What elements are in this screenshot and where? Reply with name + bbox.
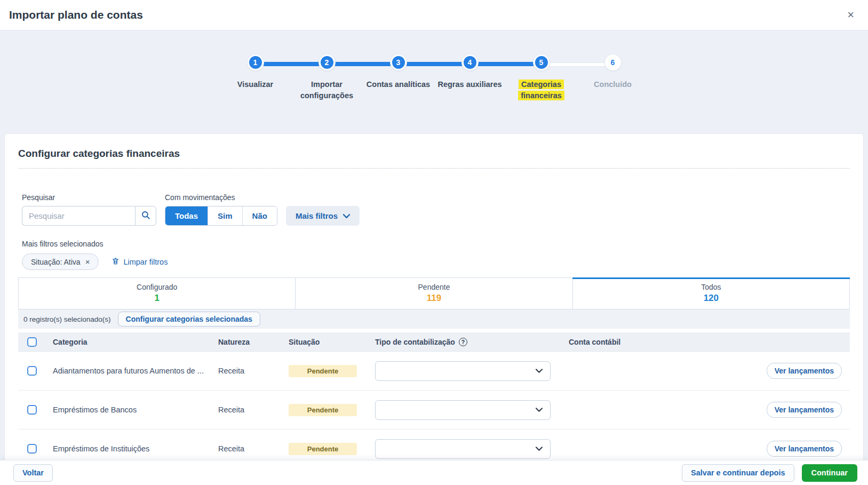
status-badge: Pendente (289, 443, 357, 455)
cell-categoria: Adiantamentos para futuros Aumentos de .… (53, 367, 218, 375)
main-card: Configurar categorias financeiras Pesqui… (4, 133, 864, 485)
select-chevron-icon (536, 367, 543, 375)
filter-chip-situacao-ativa[interactable]: Situação: Ativa × (22, 253, 99, 270)
tab-configurado-count: 1 (19, 293, 295, 304)
cell-categoria: Empréstimos de Instituições (53, 444, 218, 453)
selected-filters-section: Mais filtros selecionados Situação: Ativ… (22, 240, 850, 270)
tab-todos-label: Todos (573, 283, 849, 291)
dotted-separator (18, 168, 850, 169)
select-all-checkbox[interactable] (27, 337, 37, 347)
step-1-circle[interactable]: 1 (248, 54, 264, 70)
cell-natureza: Receita (218, 367, 289, 375)
movements-segmented-control: Todas Sim Não (165, 206, 277, 226)
tab-pendente[interactable]: Pendente 119 (296, 278, 572, 309)
col-header-tipo: Tipo de contabilização (375, 338, 455, 346)
chip-close-icon[interactable]: × (85, 257, 90, 266)
step-5-circle[interactable]: 5 (533, 54, 550, 70)
table-row: Empréstimos de Bancos Receita Pendente V… (18, 391, 850, 430)
search-button[interactable] (135, 206, 156, 226)
cell-natureza: Receita (218, 444, 289, 453)
search-icon (141, 210, 150, 222)
continue-button[interactable]: Continuar (802, 464, 857, 482)
table-header: Categoria Natureza Situação Tipo de cont… (18, 332, 850, 352)
search-input[interactable] (22, 206, 135, 226)
search-label: Pesquisar (22, 193, 156, 202)
step-6-circle[interactable]: 6 (605, 54, 621, 70)
selection-summary: 0 registro(s) selecionado(s) (23, 315, 111, 323)
page-title: Importar plano de contas (9, 9, 143, 21)
tipo-contabilizacao-select[interactable] (375, 439, 551, 459)
configure-selected-button[interactable]: Configurar categorias selecionadas (118, 312, 260, 327)
back-button[interactable]: Voltar (13, 464, 53, 482)
select-chevron-icon (536, 444, 543, 453)
row-checkbox[interactable] (27, 405, 37, 415)
chevron-down-icon (343, 211, 350, 220)
tab-pendente-label: Pendente (296, 283, 572, 291)
movements-label: Com movimentações (165, 193, 277, 202)
step-categorias-financeiras: 5 Categorias financeiras (506, 54, 577, 101)
segment-sim[interactable]: Sim (208, 206, 242, 225)
selection-strip: 0 registro(s) selecionado(s) Configurar … (18, 309, 850, 329)
movements-filter: Com movimentações Todas Sim Não (165, 193, 277, 226)
cell-natureza: Receita (218, 406, 289, 414)
step-5-label: Categorias financeiras (512, 79, 571, 101)
row-checkbox[interactable] (27, 366, 37, 376)
more-filters-wrap: Mais filtros (286, 206, 360, 226)
close-icon[interactable]: × (847, 9, 854, 21)
step-2-circle[interactable]: 2 (319, 54, 335, 70)
clear-filters-label: Limpar filtros (123, 258, 168, 266)
status-badge: Pendente (289, 404, 357, 416)
tab-configurado[interactable]: Configurado 1 (19, 278, 296, 309)
search-filter: Pesquisar (22, 193, 156, 226)
table-row: Adiantamentos para futuros Aumentos de .… (18, 352, 850, 391)
more-filters-label: Mais filtros (296, 211, 338, 220)
step-4-circle[interactable]: 4 (462, 54, 478, 70)
footer-bar: Voltar Salvar e continuar depois Continu… (0, 460, 868, 485)
col-header-conta: Conta contábil (569, 338, 850, 346)
segment-todas[interactable]: Todas (165, 206, 208, 225)
cell-categoria: Empréstimos de Bancos (53, 406, 218, 414)
tab-pendente-count: 119 (296, 293, 572, 304)
clear-filters-link[interactable]: Limpar filtros (112, 257, 168, 267)
modal-header: Importar plano de contas × (0, 0, 868, 30)
col-header-situacao: Situação (289, 338, 375, 346)
status-badge: Pendente (289, 365, 357, 377)
ver-lancamentos-button[interactable]: Ver lançamentos (767, 402, 842, 418)
row-checkbox[interactable] (27, 444, 37, 454)
tab-configurado-label: Configurado (19, 283, 295, 291)
selected-filters-label: Mais filtros selecionados (22, 240, 850, 248)
col-header-categoria: Categoria (53, 338, 218, 346)
step-2-label: Importar configurações (287, 79, 367, 101)
filter-chip-label: Situação: Ativa (31, 258, 81, 266)
tipo-contabilizacao-select[interactable] (375, 361, 551, 381)
filters-bar: Pesquisar Com movimentações Todas (22, 193, 850, 226)
tab-todos-count: 120 (573, 293, 849, 304)
step-3-label: Contas analíticas (359, 79, 439, 90)
help-icon[interactable]: ? (459, 338, 467, 346)
tipo-contabilizacao-select[interactable] (375, 400, 551, 420)
segment-nao[interactable]: Não (242, 206, 277, 225)
more-filters-button[interactable]: Mais filtros (286, 206, 360, 226)
col-header-natureza: Natureza (218, 338, 289, 346)
select-chevron-icon (536, 406, 543, 414)
ver-lancamentos-button[interactable]: Ver lançamentos (767, 441, 842, 457)
ver-lancamentos-button[interactable]: Ver lançamentos (767, 363, 842, 379)
step-3-circle[interactable]: 3 (391, 54, 407, 70)
tab-todos[interactable]: Todos 120 (573, 278, 849, 309)
trash-icon (112, 257, 120, 267)
step-4-label: Regras auxiliares (430, 79, 510, 90)
save-continue-later-button[interactable]: Salvar e continuar depois (682, 464, 794, 482)
step-6-label: Concluído (573, 79, 653, 90)
step-concluido: 6 Concluído (577, 54, 649, 101)
status-tabs: Configurado 1 Pendente 119 Todos 120 (18, 277, 850, 309)
wizard-stepper: 1 Visualizar 2 Importar configurações 3 … (0, 30, 868, 133)
step-1-label: Visualizar (216, 79, 296, 90)
section-title: Configurar categorias financeiras (18, 148, 850, 160)
